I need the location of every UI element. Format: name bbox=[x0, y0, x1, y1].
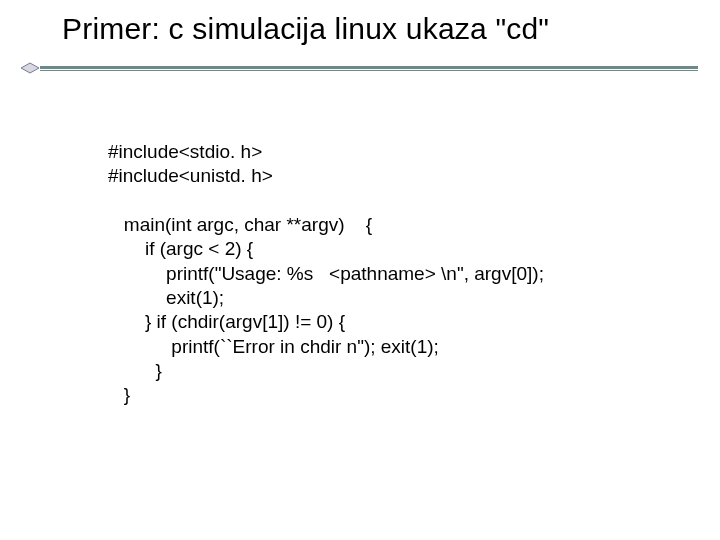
rule-line-thick bbox=[40, 66, 698, 69]
slide-title: Primer: c simulacija linux ukaza "cd" bbox=[62, 12, 549, 46]
title-rule bbox=[0, 60, 720, 78]
svg-marker-0 bbox=[21, 63, 39, 73]
code-block: #include<stdio. h> #include<unistd. h> m… bbox=[108, 140, 680, 407]
diamond-icon bbox=[20, 62, 40, 74]
rule-line-thin bbox=[40, 70, 698, 71]
slide: Primer: c simulacija linux ukaza "cd" #i… bbox=[0, 0, 720, 540]
